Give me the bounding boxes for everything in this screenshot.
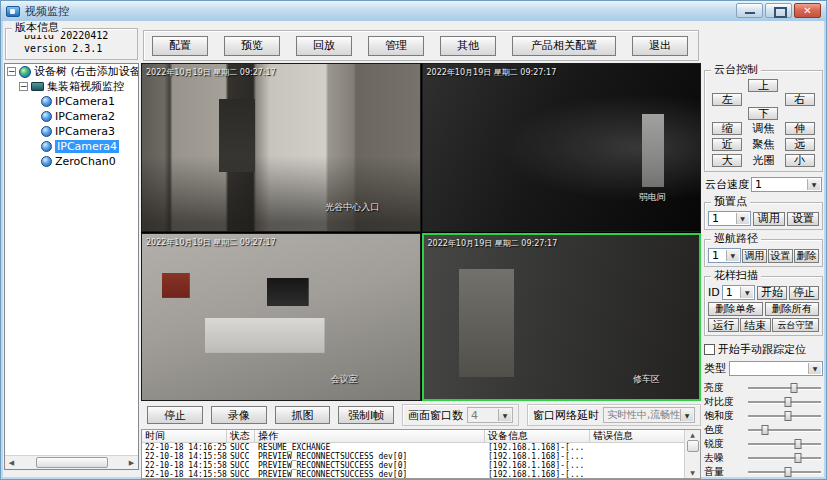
ptz-up-button[interactable]: 上 (748, 79, 778, 92)
pattern-id-select[interactable]: 1▼ (722, 285, 755, 300)
contrast-slider[interactable] (746, 396, 823, 407)
video-window-1[interactable]: 2022年10月19日 星期二 09:27:17 光谷中心入口 (141, 63, 421, 232)
window-count-select[interactable]: 4▼ (467, 407, 513, 423)
title-bar[interactable]: 视频监控 (1, 1, 826, 21)
preset-group: 预置点 1▼ 调用 设置 (704, 202, 823, 230)
type-select[interactable]: ▼ (729, 361, 823, 376)
preset-call-button[interactable]: 调用 (753, 212, 785, 226)
slider-thumb[interactable] (795, 439, 802, 449)
osd-channel-name: 会议室 (331, 373, 358, 386)
scroll-up-icon[interactable]: ▲ (690, 430, 695, 440)
log-row[interactable]: 22-10-18 14:16:25SUCCRESUME_EXCHANGE[192… (142, 443, 700, 452)
video-window-4[interactable]: 2022年10月19日 星期二 09:27:17 修车区 (422, 233, 702, 402)
slider-thumb[interactable] (795, 453, 802, 463)
playback-button[interactable]: 回放 (296, 36, 352, 56)
pattern-run-button[interactable]: 运行 (708, 318, 739, 332)
ptz-right-button[interactable]: 右 (785, 93, 815, 106)
minimize-icon[interactable] (736, 3, 763, 18)
product-config-button[interactable]: 产品相关配置 (512, 36, 616, 56)
chevron-down-icon[interactable]: ▼ (807, 179, 820, 190)
col-status[interactable]: 状态 (227, 430, 255, 442)
ptz-guard-button[interactable]: 云台守望 (772, 318, 819, 332)
cruise-call-button[interactable]: 调用 (742, 249, 767, 263)
col-error-info[interactable]: 错误信息 (590, 430, 685, 442)
col-device-info[interactable]: 设备信息 (485, 430, 590, 442)
log-row[interactable]: 22-10-18 14:15:58SUCCPREVIEW_RECONNECTSU… (142, 470, 700, 479)
exit-button[interactable]: 退出 (632, 36, 688, 56)
cruise-delete-button[interactable]: 删除 (794, 249, 819, 263)
brightness-slider[interactable] (746, 382, 823, 393)
log-row[interactable]: 22-10-18 14:15:58SUCCPREVIEW_RECONNECTSU… (142, 461, 700, 470)
pattern-stop-button[interactable]: 停止 (789, 286, 819, 300)
denoise-slider[interactable] (746, 452, 823, 463)
cruise-select[interactable]: 1▼ (708, 248, 741, 263)
ptz-speed-select[interactable]: 1▼ (751, 177, 822, 192)
focus-far-button[interactable]: 远 (785, 138, 815, 151)
record-button[interactable]: 录像 (211, 406, 267, 424)
video-grid: 2022年10月19日 星期二 09:27:17 光谷中心入口 2022年10月… (141, 63, 701, 401)
tree-item-zerochan0[interactable]: ZeroChan0 (5, 154, 138, 169)
preset-group-label: 预置点 (711, 195, 750, 209)
chevron-down-icon[interactable]: ▼ (736, 213, 749, 224)
collapse-icon[interactable] (19, 82, 28, 91)
iris-close-button[interactable]: 小 (785, 154, 815, 167)
zoom-in-button[interactable]: 伸 (785, 122, 815, 135)
col-time[interactable]: 时间 (142, 430, 227, 442)
chevron-down-icon[interactable]: ▼ (740, 287, 753, 298)
volume-slider[interactable] (746, 466, 823, 477)
zoom-out-button[interactable]: 缩 (712, 122, 742, 135)
saturation-slider[interactable] (746, 410, 823, 421)
ptz-left-button[interactable]: 左 (712, 93, 742, 106)
manage-button[interactable]: 管理 (368, 36, 424, 56)
preview-button[interactable]: 预览 (224, 36, 280, 56)
tree-item-ipcamera2[interactable]: IPCamera2 (5, 109, 138, 124)
preset-select[interactable]: 1▼ (708, 211, 751, 226)
focus-near-button[interactable]: 近 (712, 138, 742, 151)
slider-thumb[interactable] (790, 383, 797, 393)
slider-thumb[interactable] (785, 467, 792, 477)
slider-thumb[interactable] (785, 397, 792, 407)
tree-item-root[interactable]: 设备树 (右击添加设备) (5, 64, 138, 79)
pattern-delete-one-button[interactable]: 删除单条 (708, 302, 763, 316)
other-button[interactable]: 其他 (440, 36, 496, 56)
tree-horizontal-scrollbar[interactable]: ◀ ▶ (5, 455, 138, 469)
scroll-left-icon[interactable]: ◀ (5, 456, 18, 469)
close-icon[interactable] (794, 3, 821, 18)
hue-slider[interactable] (746, 424, 823, 435)
pattern-delete-all-button[interactable]: 删除所有 (765, 302, 820, 316)
preset-set-button[interactable]: 设置 (787, 212, 819, 226)
force-iframe-button[interactable]: 强制I帧 (338, 406, 394, 424)
maximize-icon[interactable] (765, 3, 792, 18)
iris-open-button[interactable]: 大 (712, 154, 742, 167)
log-vertical-scrollbar[interactable]: ▲ ▼ (684, 430, 700, 478)
ptz-down-button[interactable]: 下 (748, 107, 778, 120)
stop-button[interactable]: 停止 (147, 406, 203, 424)
slider-thumb[interactable] (785, 411, 792, 421)
video-window-2[interactable]: 2022年10月19日 星期二 09:27:17 弱电间 (422, 63, 702, 232)
scroll-right-icon[interactable]: ▶ (125, 456, 138, 469)
snapshot-button[interactable]: 抓图 (275, 406, 331, 424)
scrollbar-thumb[interactable] (36, 457, 108, 468)
cruise-set-button[interactable]: 设置 (768, 249, 793, 263)
chevron-down-icon[interactable]: ▼ (726, 250, 739, 261)
video-window-3[interactable]: 2022年10月19日 星期二 09:27:17 会议室 (141, 233, 421, 402)
col-operation[interactable]: 操作 (255, 430, 485, 442)
chevron-down-icon[interactable]: ▼ (808, 363, 821, 374)
scrollbar-thumb[interactable] (687, 440, 699, 452)
tree-item-ipcamera3[interactable]: IPCamera3 (5, 124, 138, 139)
manual-track-checkbox[interactable] (704, 344, 715, 355)
osd-timestamp: 2022年10月19日 星期二 09:27:17 (146, 67, 276, 78)
collapse-icon[interactable] (7, 67, 16, 76)
log-row[interactable]: 22-10-18 14:15:58SUCCPREVIEW_RECONNECTSU… (142, 452, 700, 461)
network-delay-select[interactable]: 实时性中,流畅性▼ (603, 407, 695, 423)
config-button[interactable]: 配置 (152, 36, 208, 56)
tree-item-ipcamera1[interactable]: IPCamera1 (5, 94, 138, 109)
pattern-start-button[interactable]: 开始 (757, 286, 787, 300)
window-controls (736, 3, 821, 18)
pattern-end-button[interactable]: 结束 (740, 318, 771, 332)
sharpness-slider[interactable] (746, 438, 823, 449)
slider-thumb[interactable] (762, 425, 769, 435)
tree-item-group[interactable]: 集装箱视频监控 (5, 79, 138, 94)
scroll-down-icon[interactable]: ▼ (690, 468, 695, 478)
tree-item-ipcamera4[interactable]: IPCamera4 (5, 139, 138, 154)
